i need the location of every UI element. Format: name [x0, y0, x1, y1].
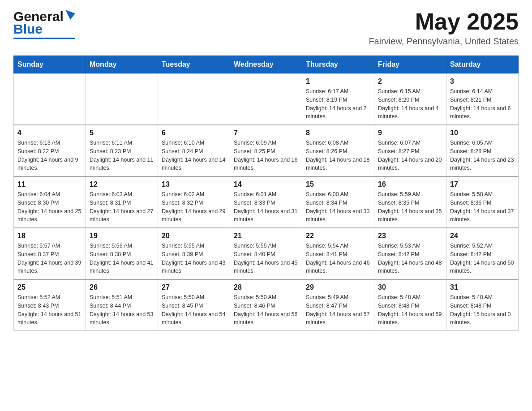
col-saturday: Saturday — [446, 56, 519, 74]
day-number: 23 — [378, 232, 442, 240]
day-info: Sunrise: 5:56 AM Sunset: 8:38 PM Dayligh… — [90, 242, 154, 275]
calendar-table: Sunday Monday Tuesday Wednesday Thursday… — [13, 56, 519, 331]
week-row-1: 1Sunrise: 6:17 AM Sunset: 8:19 PM Daylig… — [14, 73, 519, 125]
page-header: General Blue May 2025 Fairview, Pennsylv… — [13, 9, 519, 47]
calendar-cell: 21Sunrise: 5:55 AM Sunset: 8:40 PM Dayli… — [230, 228, 302, 279]
calendar-cell: 4Sunrise: 6:13 AM Sunset: 8:22 PM Daylig… — [14, 125, 86, 176]
day-info: Sunrise: 6:01 AM Sunset: 8:33 PM Dayligh… — [234, 190, 298, 224]
calendar-cell: 23Sunrise: 5:53 AM Sunset: 8:42 PM Dayli… — [374, 228, 446, 279]
week-row-2: 4Sunrise: 6:13 AM Sunset: 8:22 PM Daylig… — [14, 125, 519, 176]
day-info: Sunrise: 6:02 AM Sunset: 8:32 PM Dayligh… — [162, 190, 226, 224]
calendar-cell: 2Sunrise: 6:15 AM Sunset: 8:20 PM Daylig… — [374, 73, 446, 125]
calendar-cell: 22Sunrise: 5:54 AM Sunset: 8:41 PM Dayli… — [302, 228, 374, 279]
day-number: 6 — [162, 129, 226, 137]
calendar-cell: 16Sunrise: 5:59 AM Sunset: 8:35 PM Dayli… — [374, 176, 446, 228]
day-number: 4 — [17, 129, 82, 137]
col-tuesday: Tuesday — [158, 56, 230, 74]
day-number: 21 — [234, 232, 298, 240]
day-number: 14 — [234, 180, 298, 188]
col-sunday: Sunday — [14, 56, 86, 74]
day-info: Sunrise: 5:57 AM Sunset: 8:37 PM Dayligh… — [17, 242, 82, 275]
day-number: 16 — [378, 180, 442, 188]
day-number: 7 — [234, 129, 298, 137]
day-number: 26 — [90, 283, 154, 291]
day-number: 20 — [162, 232, 226, 240]
calendar-header-row: Sunday Monday Tuesday Wednesday Thursday… — [14, 56, 519, 74]
col-thursday: Thursday — [302, 56, 374, 74]
day-number: 17 — [450, 180, 515, 188]
day-info: Sunrise: 6:07 AM Sunset: 8:27 PM Dayligh… — [378, 139, 442, 172]
calendar-cell: 15Sunrise: 6:00 AM Sunset: 8:34 PM Dayli… — [302, 176, 374, 228]
day-info: Sunrise: 6:11 AM Sunset: 8:23 PM Dayligh… — [90, 139, 154, 172]
day-info: Sunrise: 5:55 AM Sunset: 8:40 PM Dayligh… — [234, 242, 298, 275]
day-info: Sunrise: 5:50 AM Sunset: 8:46 PM Dayligh… — [234, 293, 298, 327]
calendar-cell: 1Sunrise: 6:17 AM Sunset: 8:19 PM Daylig… — [302, 73, 374, 125]
day-number: 31 — [450, 283, 515, 291]
calendar-cell: 9Sunrise: 6:07 AM Sunset: 8:27 PM Daylig… — [374, 125, 446, 176]
calendar-cell: 14Sunrise: 6:01 AM Sunset: 8:33 PM Dayli… — [230, 176, 302, 228]
day-number: 2 — [378, 77, 442, 86]
day-number: 5 — [90, 129, 154, 137]
day-number: 9 — [378, 129, 442, 137]
day-info: Sunrise: 6:08 AM Sunset: 8:26 PM Dayligh… — [306, 139, 370, 172]
day-info: Sunrise: 5:52 AM Sunset: 8:43 PM Dayligh… — [17, 293, 82, 327]
logo-underline — [13, 38, 75, 39]
calendar-cell — [158, 73, 230, 125]
calendar-cell: 3Sunrise: 6:14 AM Sunset: 8:21 PM Daylig… — [446, 73, 519, 125]
day-info: Sunrise: 5:58 AM Sunset: 8:36 PM Dayligh… — [450, 190, 515, 224]
day-info: Sunrise: 5:59 AM Sunset: 8:35 PM Dayligh… — [378, 190, 442, 224]
calendar-cell: 20Sunrise: 5:55 AM Sunset: 8:39 PM Dayli… — [158, 228, 230, 279]
day-info: Sunrise: 6:09 AM Sunset: 8:25 PM Dayligh… — [234, 139, 298, 172]
day-info: Sunrise: 6:05 AM Sunset: 8:28 PM Dayligh… — [450, 139, 515, 172]
logo-blue: Blue — [13, 21, 43, 36]
day-number: 10 — [450, 129, 515, 137]
day-number: 13 — [162, 180, 226, 188]
calendar-cell: 17Sunrise: 5:58 AM Sunset: 8:36 PM Dayli… — [446, 176, 519, 228]
calendar-cell: 6Sunrise: 6:10 AM Sunset: 8:24 PM Daylig… — [158, 125, 230, 176]
week-row-5: 25Sunrise: 5:52 AM Sunset: 8:43 PM Dayli… — [14, 279, 519, 331]
logo-arrow-icon — [65, 10, 75, 20]
day-info: Sunrise: 5:53 AM Sunset: 8:42 PM Dayligh… — [378, 242, 442, 275]
calendar-cell: 26Sunrise: 5:51 AM Sunset: 8:44 PM Dayli… — [86, 279, 158, 331]
calendar-cell — [14, 73, 86, 125]
calendar-cell: 13Sunrise: 6:02 AM Sunset: 8:32 PM Dayli… — [158, 176, 230, 228]
calendar-cell: 28Sunrise: 5:50 AM Sunset: 8:46 PM Dayli… — [230, 279, 302, 331]
day-info: Sunrise: 6:04 AM Sunset: 8:30 PM Dayligh… — [17, 190, 82, 224]
calendar-cell: 11Sunrise: 6:04 AM Sunset: 8:30 PM Dayli… — [14, 176, 86, 228]
week-row-4: 18Sunrise: 5:57 AM Sunset: 8:37 PM Dayli… — [14, 228, 519, 279]
day-info: Sunrise: 6:00 AM Sunset: 8:34 PM Dayligh… — [306, 190, 370, 224]
calendar-cell: 30Sunrise: 5:48 AM Sunset: 8:48 PM Dayli… — [374, 279, 446, 331]
calendar-cell: 19Sunrise: 5:56 AM Sunset: 8:38 PM Dayli… — [86, 228, 158, 279]
day-info: Sunrise: 5:48 AM Sunset: 8:48 PM Dayligh… — [378, 293, 442, 327]
week-row-3: 11Sunrise: 6:04 AM Sunset: 8:30 PM Dayli… — [14, 176, 519, 228]
calendar-cell: 24Sunrise: 5:52 AM Sunset: 8:42 PM Dayli… — [446, 228, 519, 279]
day-info: Sunrise: 6:03 AM Sunset: 8:31 PM Dayligh… — [90, 190, 154, 224]
month-title: May 2025 — [369, 9, 519, 34]
day-number: 18 — [17, 232, 82, 240]
day-info: Sunrise: 5:49 AM Sunset: 8:47 PM Dayligh… — [306, 293, 370, 327]
day-info: Sunrise: 6:14 AM Sunset: 8:21 PM Dayligh… — [450, 87, 515, 121]
calendar-cell: 18Sunrise: 5:57 AM Sunset: 8:37 PM Dayli… — [14, 228, 86, 279]
day-info: Sunrise: 6:17 AM Sunset: 8:19 PM Dayligh… — [306, 87, 370, 121]
day-number: 27 — [162, 283, 226, 291]
day-number: 11 — [17, 180, 82, 188]
calendar-cell: 12Sunrise: 6:03 AM Sunset: 8:31 PM Dayli… — [86, 176, 158, 228]
day-info: Sunrise: 5:48 AM Sunset: 8:48 PM Dayligh… — [450, 293, 515, 327]
title-block: May 2025 Fairview, Pennsylvania, United … — [369, 9, 519, 47]
calendar-cell: 31Sunrise: 5:48 AM Sunset: 8:48 PM Dayli… — [446, 279, 519, 331]
calendar-cell: 10Sunrise: 6:05 AM Sunset: 8:28 PM Dayli… — [446, 125, 519, 176]
calendar-cell — [230, 73, 302, 125]
day-info: Sunrise: 5:54 AM Sunset: 8:41 PM Dayligh… — [306, 242, 370, 275]
calendar-cell: 27Sunrise: 5:50 AM Sunset: 8:45 PM Dayli… — [158, 279, 230, 331]
day-number: 3 — [450, 77, 515, 86]
day-info: Sunrise: 6:13 AM Sunset: 8:22 PM Dayligh… — [17, 139, 82, 172]
day-info: Sunrise: 6:15 AM Sunset: 8:20 PM Dayligh… — [378, 87, 442, 121]
calendar-cell: 5Sunrise: 6:11 AM Sunset: 8:23 PM Daylig… — [86, 125, 158, 176]
logo: General Blue — [13, 9, 75, 39]
calendar-cell: 29Sunrise: 5:49 AM Sunset: 8:47 PM Dayli… — [302, 279, 374, 331]
day-number: 24 — [450, 232, 515, 240]
col-monday: Monday — [86, 56, 158, 74]
day-info: Sunrise: 6:10 AM Sunset: 8:24 PM Dayligh… — [162, 139, 226, 172]
day-number: 15 — [306, 180, 370, 188]
day-info: Sunrise: 5:51 AM Sunset: 8:44 PM Dayligh… — [90, 293, 154, 327]
